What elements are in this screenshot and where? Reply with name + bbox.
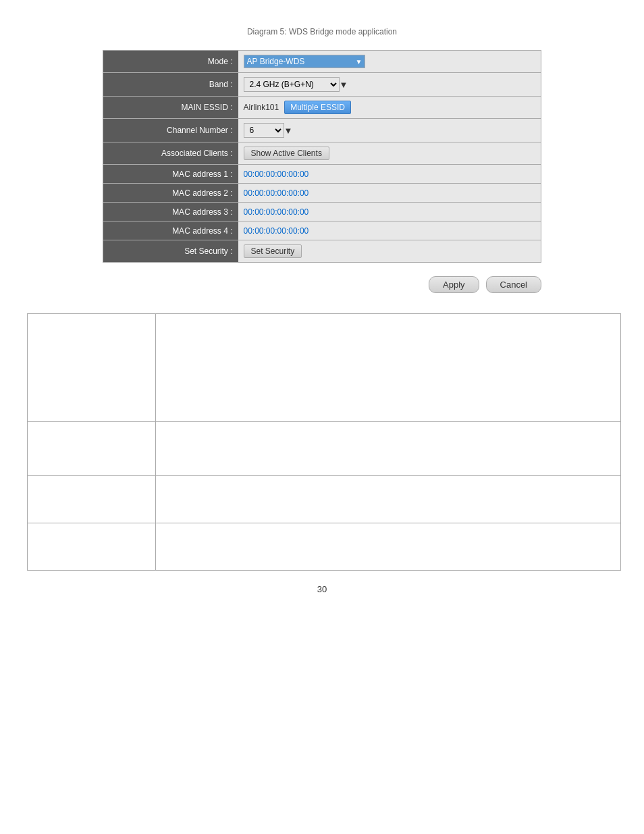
band-select-arrow-icon: ▼ [340,80,348,90]
multiple-essid-button[interactable]: Multiple ESSID [284,101,351,114]
bottom-grid-cell-4-left [28,523,156,571]
mac2-value-cell [238,184,541,203]
mode-label: Mode : [103,51,238,73]
config-table: Mode : AP Bridge-WDS AP Station Bridge ▼… [103,50,541,263]
mode-row: Mode : AP Bridge-WDS AP Station Bridge ▼ [103,51,541,73]
band-row: Band : 2.4 GHz (B+G+N) 2.4 GHz (B+G) 5 G… [103,73,541,97]
essid-row-container: Airlink101 Multiple ESSID [244,101,536,114]
mac4-label: MAC address 4 : [103,221,238,240]
mac4-row: MAC address 4 : [103,221,541,240]
bottom-grid-row-3 [28,476,621,523]
channel-row: Channel Number : 12345 67891011 ▼ [103,119,541,142]
essid-value: Airlink101 [244,103,279,112]
band-label: Band : [103,73,238,97]
mac3-row: MAC address 3 : [103,203,541,221]
mac4-value-cell [238,221,541,240]
assoc-clients-row: Associated Clients : Show Active Clients [103,142,541,165]
assoc-clients-value-cell: Show Active Clients [238,142,541,165]
mac3-value-cell [238,203,541,221]
apply-button[interactable]: Apply [429,276,479,293]
channel-select-wrapper: 12345 67891011 ▼ [244,123,293,138]
action-buttons: Apply Cancel [103,276,541,293]
bottom-grid-cell-3-right [156,476,621,523]
bottom-grid-cell-2-right [156,422,621,476]
bottom-grid-row-4 [28,523,621,571]
mac3-input[interactable] [244,207,352,217]
channel-label: Channel Number : [103,119,238,142]
mode-select-wrapper: AP Bridge-WDS AP Station Bridge ▼ [244,55,365,68]
channel-select[interactable]: 12345 67891011 [244,123,284,138]
band-select[interactable]: 2.4 GHz (B+G+N) 2.4 GHz (B+G) 5 GHz [244,77,340,92]
band-select-wrapper: 2.4 GHz (B+G+N) 2.4 GHz (B+G) 5 GHz ▼ [244,77,348,92]
cancel-button[interactable]: Cancel [486,276,541,293]
essid-row: MAIN ESSID : Airlink101 Multiple ESSID [103,97,541,119]
essid-label: MAIN ESSID : [103,97,238,119]
bottom-grid-table [27,313,621,571]
mode-value-cell: AP Bridge-WDS AP Station Bridge ▼ [238,51,541,73]
bottom-grid-cell-4-right [156,523,621,571]
mac2-label: MAC address 2 : [103,184,238,203]
diagram-caption: Diagram 5: WDS Bridge mode application [27,27,617,36]
bottom-grid-row-2 [28,422,621,476]
mac1-value-cell [238,165,541,184]
channel-select-arrow-icon: ▼ [284,126,293,136]
show-active-clients-button[interactable]: Show Active Clients [244,147,329,160]
bottom-grid-cell-2-left [28,422,156,476]
bottom-grid-row-1 [28,314,621,422]
mac1-label: MAC address 1 : [103,165,238,184]
essid-value-cell: Airlink101 Multiple ESSID [238,97,541,119]
bottom-grid-cell-1-left [28,314,156,422]
bottom-grid-cell-3-left [28,476,156,523]
security-label: Set Security : [103,240,238,263]
page-container: Diagram 5: WDS Bridge mode application M… [0,14,644,608]
security-row: Set Security : Set Security [103,240,541,263]
mac1-input[interactable] [244,170,352,179]
set-security-button[interactable]: Set Security [244,244,302,258]
bottom-grid-cell-1-right [156,314,621,422]
mac2-row: MAC address 2 : [103,184,541,203]
security-value-cell: Set Security [238,240,541,263]
mac3-label: MAC address 3 : [103,203,238,221]
mac2-input[interactable] [244,188,352,198]
mode-select[interactable]: AP Bridge-WDS AP Station Bridge [244,55,365,68]
mac4-input[interactable] [244,226,352,236]
assoc-clients-label: Associated Clients : [103,142,238,165]
mac1-row: MAC address 1 : [103,165,541,184]
page-number: 30 [27,584,617,594]
band-value-cell: 2.4 GHz (B+G+N) 2.4 GHz (B+G) 5 GHz ▼ [238,73,541,97]
channel-value-cell: 12345 67891011 ▼ [238,119,541,142]
